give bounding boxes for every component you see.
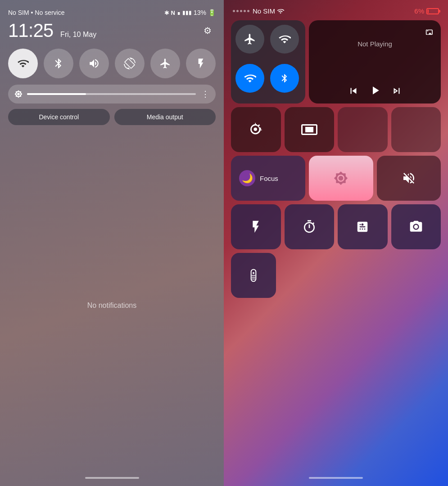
- android-brightness-row: ⋮: [8, 85, 216, 104]
- ios-status-right: 6%: [414, 7, 439, 15]
- android-wifi-toggle[interactable]: [8, 49, 38, 78]
- ios-bluetooth-button[interactable]: [270, 64, 299, 93]
- ios-camera-button[interactable]: [391, 204, 441, 249]
- android-flashlight-toggle[interactable]: [186, 49, 216, 78]
- ios-status-left: No SIM: [233, 7, 284, 15]
- android-status-right: ✱ N ∎ ▮▮▮ 13% 🔋: [164, 9, 216, 16]
- ios-dot-2: [236, 10, 239, 12]
- ios-control-center-grid: Not Playing: [231, 20, 441, 472]
- android-battery-icon: 🔋: [208, 9, 216, 16]
- android-nfc-icon: N: [171, 9, 175, 16]
- ios-dot-5: [247, 10, 249, 12]
- ios-dot-4: [244, 10, 246, 12]
- android-notifications-area: No notifications: [8, 134, 216, 477]
- ios-play-button[interactable]: [368, 84, 382, 97]
- ios-flashlight-button[interactable]: [231, 204, 281, 249]
- ios-airplay-button[interactable]: [425, 26, 434, 35]
- android-rotate-toggle[interactable]: [115, 49, 145, 78]
- ios-dot-3: [240, 10, 242, 12]
- ios-forward-button[interactable]: [391, 85, 403, 97]
- android-status-bar: No SIM • No service ✱ N ∎ ▮▮▮ 13% 🔋: [8, 9, 216, 16]
- ios-battery-fill: [428, 9, 429, 13]
- ios-screen-mirror-button[interactable]: [285, 107, 335, 152]
- android-buttons-row: Device control Media output: [8, 109, 216, 125]
- ios-row3: 🌙 Focus: [231, 156, 441, 201]
- android-volume-toggle[interactable]: [79, 49, 109, 78]
- ios-battery-indicator: [426, 8, 439, 14]
- svg-point-0: [254, 128, 258, 131]
- ios-mobile-data-button[interactable]: [270, 25, 299, 54]
- android-no-notifications-text: No notifications: [87, 302, 136, 310]
- ios-status-bar: No SIM 6%: [231, 7, 441, 15]
- ios-no-sim-text: No SIM: [253, 7, 275, 15]
- android-wifi-status-icon: ∎: [177, 9, 181, 16]
- android-brightness-fill: [27, 93, 86, 95]
- ios-panel: No SIM 6%: [224, 0, 448, 486]
- svg-point-2: [253, 272, 254, 274]
- android-brightness-bar[interactable]: [27, 93, 196, 95]
- android-date: Fri, 10 May: [60, 31, 96, 39]
- ios-not-playing-text: Not Playing: [316, 40, 434, 48]
- ios-row1: Not Playing: [231, 20, 441, 104]
- ios-connectivity-block: [231, 20, 305, 104]
- ios-row5: [231, 253, 441, 298]
- ios-focus-label: Focus: [260, 175, 278, 182]
- ios-focus-moon-icon: 🌙: [239, 170, 255, 186]
- android-brightness-icon: [14, 90, 23, 99]
- ios-now-playing-block: Not Playing: [309, 20, 441, 104]
- android-bt-icon: ✱: [164, 9, 169, 16]
- android-panel: No SIM • No service ✱ N ∎ ▮▮▮ 13% 🔋 11:2…: [0, 0, 224, 486]
- ios-battery-percent: 6%: [414, 7, 424, 15]
- ios-empty-slot-2: [391, 107, 441, 152]
- android-status-text: No SIM • No service: [8, 9, 65, 16]
- android-time: 11:25: [8, 20, 53, 41]
- ios-signal-dots: [233, 10, 249, 12]
- android-bluetooth-toggle[interactable]: [44, 49, 73, 78]
- ios-airplane-button[interactable]: [235, 25, 264, 54]
- ios-dot-1: [233, 10, 235, 12]
- android-toggles: [8, 49, 216, 78]
- settings-gear-button[interactable]: ⚙: [199, 22, 216, 39]
- android-home-indicator[interactable]: [85, 477, 139, 479]
- ios-rewind-button[interactable]: [348, 85, 359, 97]
- android-time-row: 11:25 Fri, 10 May ⚙: [8, 20, 216, 41]
- ios-wifi-status-icon: [277, 7, 284, 15]
- ios-apple-tv-remote-button[interactable]: [231, 253, 276, 298]
- ios-playback-controls: [316, 84, 434, 97]
- ios-row4: [231, 204, 441, 249]
- ios-empty-slot-1: [338, 107, 388, 152]
- android-signal-icon: ▮▮▮: [182, 9, 192, 16]
- ios-mute-button[interactable]: [377, 156, 441, 201]
- ios-home-indicator[interactable]: [309, 477, 363, 479]
- android-battery-text: 13%: [194, 9, 206, 16]
- ios-row2: [231, 107, 441, 152]
- media-output-button[interactable]: Media output: [114, 109, 216, 125]
- device-control-button[interactable]: Device control: [8, 109, 110, 125]
- android-airplane-toggle[interactable]: [150, 49, 180, 78]
- ios-rotation-lock-button[interactable]: [231, 107, 281, 152]
- ios-wifi-button[interactable]: [235, 64, 264, 93]
- ios-brightness-button[interactable]: [309, 156, 373, 201]
- ios-calculator-button[interactable]: [338, 204, 388, 249]
- android-brightness-more[interactable]: ⋮: [201, 89, 209, 99]
- ios-timer-button[interactable]: [285, 204, 335, 249]
- ios-focus-button[interactable]: 🌙 Focus: [231, 156, 305, 201]
